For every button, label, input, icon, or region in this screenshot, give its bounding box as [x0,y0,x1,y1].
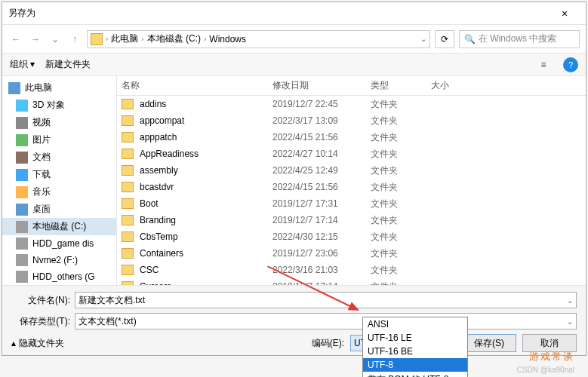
col-name[interactable]: 名称 [122,79,272,92]
encoding-dropdown[interactable]: ANSIUTF-16 LEUTF-16 BEUTF-8带有 BOM 的 UTF-… [362,317,468,377]
sidebar-item[interactable]: 音乐 [2,183,116,201]
file-row[interactable]: addins2019/12/7 22:45文件夹 [117,96,586,112]
file-date: 2019/12/7 23:06 [272,248,371,259]
drive-icon [16,117,28,129]
sidebar-item[interactable]: 本地磁盘 (C:) [2,218,116,235]
sidebar-item[interactable]: 文档 [2,149,116,166]
file-row[interactable]: Boot2019/12/7 17:31文件夹 [117,195,586,212]
up-icon[interactable]: ↑ [67,32,82,47]
sidebar-item[interactable]: HDD_game dis [2,235,116,252]
window-title: 另存为 [8,7,550,20]
encoding-option[interactable]: UTF-16 BE [363,345,467,358]
drive-icon [16,169,28,181]
file-name: Branding [140,215,272,225]
file-type: 文件夹 [371,198,431,210]
file-list[interactable]: addins2019/12/7 22:45文件夹appcompat2022/3/… [117,96,586,285]
file-name: bcastdvr [140,182,272,192]
history-dropdown-icon[interactable]: ⌄ [48,32,63,47]
file-row[interactable]: assembly2022/4/25 12:49文件夹 [117,162,586,179]
encoding-option[interactable]: ANSI [363,317,467,331]
file-row[interactable]: Branding2019/12/7 17:14文件夹 [117,212,586,228]
refresh-icon[interactable]: ⟳ [435,30,454,48]
sidebar-item[interactable]: Nvme2 (F:) [2,252,116,268]
encoding-option[interactable]: UTF-8 [363,358,467,372]
back-icon[interactable]: ← [8,32,23,47]
drive-icon [16,100,28,112]
sidebar-item-label: HDD_game dis [32,238,94,249]
sidebar: 此电脑3D 对象视频图片文档下载音乐桌面本地磁盘 (C:)HDD_game di… [2,76,117,285]
navbar: ← → ⌄ ↑ › 此电脑 › 本地磁盘 (C:) › Windows ⌄ ⟳ … [2,25,586,54]
file-row[interactable]: CSC2022/3/16 21:03文件夹 [117,262,586,278]
file-row[interactable]: AppReadiness2022/4/27 10:14文件夹 [117,146,586,162]
filetype-label: 保存类型(T): [11,315,70,328]
hide-folders-toggle[interactable]: ▴ 隐藏文件夹 [11,337,64,350]
drive-icon [16,271,28,283]
forward-icon[interactable]: → [28,32,43,47]
sidebar-item[interactable]: HDD_others (G [2,268,116,285]
folder-icon [122,248,134,259]
sidebar-item-label: Nvme2 (F:) [32,255,78,265]
sidebar-item-label: 本地磁盘 (C:) [32,220,86,233]
drive-icon [16,134,28,146]
filetype-select[interactable]: 文本文档(*.txt) ⌄ [75,313,577,329]
chevron-up-icon: ▴ [11,338,16,348]
file-date: 2022/3/16 21:03 [272,265,371,275]
folder-icon [122,182,134,192]
sidebar-item[interactable]: 下载 [2,166,116,183]
view-icon[interactable]: ≡ [534,57,553,72]
sidebar-item[interactable]: 桌面 [2,201,116,218]
file-name: CbsTemp [140,231,272,242]
organize-button[interactable]: 组织 ▾ [10,58,35,71]
folder-icon [122,132,134,143]
file-row[interactable]: apppatch2022/4/15 21:56文件夹 [117,129,586,146]
file-date: 2019/12/7 17:31 [272,198,371,209]
col-date[interactable]: 修改日期 [272,79,371,92]
file-name: Boot [140,198,272,209]
search-icon: 🔍 [464,34,476,44]
content: 此电脑3D 对象视频图片文档下载音乐桌面本地磁盘 (C:)HDD_game di… [2,76,586,285]
watermark: 游戏常谈 [529,350,574,363]
sidebar-item[interactable]: 图片 [2,131,116,149]
chevron-down-icon[interactable]: ⌄ [567,296,573,305]
search-input[interactable]: 🔍 在 Windows 中搜索 [459,30,580,48]
file-date: 2022/4/30 12:15 [272,231,371,242]
toolbar: 组织 ▾ 新建文件夹 ≡ ? [2,54,586,76]
folder-icon [122,215,134,225]
sidebar-item[interactable]: 3D 对象 [2,97,116,114]
chevron-down-icon[interactable]: ⌄ [420,35,426,43]
file-row[interactable]: CbsTemp2022/4/30 12:15文件夹 [117,228,586,245]
breadcrumb[interactable]: › 此电脑 › 本地磁盘 (C:) › Windows ⌄ [87,30,430,48]
sidebar-item[interactable]: 此电脑 [2,79,116,97]
file-type: 文件夹 [371,181,431,194]
sidebar-item[interactable]: 视频 [2,114,116,131]
file-name: apppatch [140,132,272,143]
close-icon[interactable]: × [550,8,580,20]
breadcrumb-item[interactable]: Windows [209,34,246,44]
col-size[interactable]: 大小 [431,79,476,92]
encoding-label: 编码(E): [312,337,344,350]
file-name: CSC [140,265,272,275]
file-row[interactable]: appcompat2022/3/17 13:09文件夹 [117,112,586,129]
new-folder-button[interactable]: 新建文件夹 [45,58,91,71]
file-date: 2022/4/15 21:56 [272,182,371,192]
filename-input[interactable]: 新建文本文档.txt ⌄ [75,292,577,308]
file-row[interactable]: Cursors2019/12/7 17:14文件夹 [117,278,586,285]
file-row[interactable]: Containers2019/12/7 23:06文件夹 [117,245,586,262]
encoding-option[interactable]: 带有 BOM 的 UTF-8 [363,372,467,377]
help-icon[interactable]: ? [563,57,578,72]
file-name: assembly [140,165,272,176]
col-type[interactable]: 类型 [371,79,431,92]
folder-icon [122,198,134,209]
sidebar-item-label: 下载 [32,168,51,181]
breadcrumb-item[interactable]: 此电脑 [111,32,138,45]
folder-icon [122,115,134,126]
save-button[interactable]: 保存(S) [462,334,516,352]
breadcrumb-item[interactable]: 本地磁盘 (C:) [147,32,201,45]
drive-icon [8,82,20,94]
chevron-down-icon[interactable]: ⌄ [567,317,573,326]
file-date: 2022/4/25 12:49 [272,165,371,176]
drive-icon [16,204,28,216]
column-headers: 名称 修改日期 类型 大小 [117,76,586,96]
file-row[interactable]: bcastdvr2022/4/15 21:56文件夹 [117,179,586,195]
encoding-option[interactable]: UTF-16 LE [363,331,467,345]
